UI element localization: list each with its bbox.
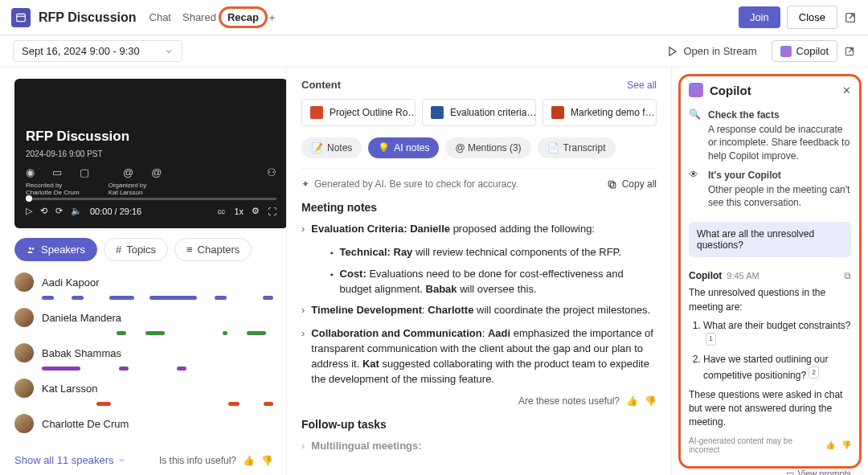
file-card[interactable]: Evaluation criteria… <box>422 99 536 126</box>
close-button[interactable]: Close <box>787 6 837 29</box>
date-selector[interactable]: Sept 16, 2024 9:00 - 9:30 <box>13 40 182 62</box>
pill-transcript[interactable]: 📄 Transcript <box>538 137 616 158</box>
pill-ai-notes[interactable]: 💡 AI notes <box>368 137 439 158</box>
avatar <box>14 379 34 398</box>
chip-chapters[interactable]: ≡ Chapters <box>174 238 252 261</box>
top-bar: RFP Discussion Chat Shared Recap ＋ Join … <box>0 0 868 35</box>
thumbs-down-button[interactable]: 👎 <box>841 440 851 449</box>
copy-all-button[interactable]: Copy all <box>607 178 657 190</box>
thumbs-up-button[interactable]: 👍 <box>825 440 835 449</box>
mention-icon: @ <box>151 166 162 178</box>
svg-marker-3 <box>669 47 676 55</box>
record-icon: ◉ <box>26 166 35 178</box>
tab-shared[interactable]: Shared <box>182 11 216 23</box>
thumbs-down-button[interactable]: 👎 <box>645 395 657 407</box>
speaker-row[interactable]: Aadi Kapoor <box>14 272 273 292</box>
forward-button[interactable]: ⟳ <box>55 206 63 216</box>
popout-icon[interactable] <box>844 11 857 24</box>
meeting-notes: Meeting notes › Evaluation Criteria: Dan… <box>301 201 657 453</box>
add-tab-button[interactable]: ＋ <box>267 10 277 25</box>
speaker-name: Babak Shammas <box>42 347 121 359</box>
meeting-title: RFP Discussion <box>39 10 137 25</box>
copilot-response: The unresolved questions in the meeting … <box>689 286 851 430</box>
speaker-name: Kat Larsson <box>42 383 97 395</box>
chevron-right-icon[interactable]: › <box>301 303 305 318</box>
fullscreen-button[interactable]: ⛶ <box>268 207 276 216</box>
chip-speakers[interactable]: Speakers <box>14 238 97 261</box>
tab-recap[interactable]: Recap <box>227 11 259 23</box>
speaker-row[interactable]: Charlotte De Crum <box>14 414 273 433</box>
open-in-stream-button[interactable]: Open in Stream <box>659 41 764 61</box>
settings-button[interactable]: ⚙ <box>252 206 260 216</box>
speaker-list: Aadi KapoorDaniela ManderaBabak ShammasK… <box>14 272 273 441</box>
file-card[interactable]: Project Outline Ro… <box>301 99 416 126</box>
join-button[interactable]: Join <box>739 6 780 28</box>
show-all-speakers[interactable]: Show all 11 speakers <box>14 454 126 466</box>
cc-button[interactable]: ㏄ <box>217 205 226 217</box>
chevron-down-icon <box>164 47 174 56</box>
speaker-timeline <box>42 436 273 441</box>
stream-icon <box>667 46 678 57</box>
ai-notice: Generated by AI. Be sure to check for ac… <box>314 178 518 190</box>
video-title: RFP Discussion <box>26 129 276 145</box>
svg-rect-8 <box>608 181 614 186</box>
pill-notes[interactable]: 📝 Notes <box>301 137 362 158</box>
file-name: Marketing demo f… <box>571 107 655 118</box>
tab-chat[interactable]: Chat <box>149 11 171 23</box>
avatar <box>14 414 34 433</box>
file-name: Evaluation criteria… <box>450 107 536 118</box>
panel-popout-icon[interactable] <box>844 46 855 57</box>
speaker-row[interactable]: Kat Larsson <box>14 379 273 398</box>
video-player[interactable]: RFP Discussion 2024-09-16 9:00 PST ◉ ▭ ▢… <box>14 79 286 228</box>
video-progress[interactable] <box>26 198 276 200</box>
suggested-prompt[interactable]: What are all the unresolved questions? <box>689 222 851 257</box>
copy-icon <box>607 179 617 190</box>
chip-topics[interactable]: # Topics <box>104 238 168 261</box>
svg-rect-7 <box>610 182 616 188</box>
close-copilot-button[interactable]: ✕ <box>842 84 851 96</box>
file-name: Project Outline Ro… <box>330 107 416 118</box>
speaker-timeline <box>42 401 273 406</box>
info-useful-label: Is this info useful? <box>159 455 236 466</box>
volume-button[interactable]: 🔈 <box>71 206 82 216</box>
file-card[interactable]: Marketing demo f… <box>542 99 657 126</box>
view-prompts-button[interactable]: ▭View prompts <box>689 469 851 475</box>
copilot-icon <box>780 46 792 57</box>
content-header: Content <box>301 79 341 91</box>
speaker-row[interactable]: Daniela Mandera <box>14 308 273 327</box>
notes-heading: Meeting notes <box>301 201 657 214</box>
speaker-name: Daniela Mandera <box>42 312 121 324</box>
file-icon <box>431 106 444 119</box>
speaker-row[interactable]: Babak Shammas <box>14 343 273 362</box>
thumbs-down-button[interactable]: 👎 <box>261 455 273 466</box>
file-row: Project Outline Ro…Evaluation criteria…M… <box>301 99 657 126</box>
rewind-button[interactable]: ⟲ <box>40 206 47 216</box>
copilot-panel: Copilot ✕ 🔍 Check the factsA response co… <box>678 74 862 469</box>
copy-response-button[interactable]: ⧉ <box>844 270 851 281</box>
thumbs-up-button[interactable]: 👍 <box>626 395 638 407</box>
avatar <box>14 308 34 327</box>
video-datetime: 2024-09-16 9:00 PST <box>26 149 276 158</box>
speaker-timeline <box>42 330 273 335</box>
speed-button[interactable]: 1x <box>234 207 244 216</box>
sparkle-icon: ✦ <box>301 178 309 190</box>
file-icon <box>310 106 323 119</box>
thumbs-up-button[interactable]: 👍 <box>243 455 255 466</box>
search-icon: 🔍 <box>689 109 702 121</box>
chevron-right-icon[interactable]: › <box>301 326 305 387</box>
cc-icon: ▭ <box>52 166 62 178</box>
speaker-name: Charlotte De Crum <box>42 418 129 430</box>
play-button[interactable]: ▷ <box>26 206 32 216</box>
chevron-right-icon[interactable]: › <box>301 222 305 237</box>
followup-heading: Follow-up tasks <box>301 418 657 431</box>
avatar <box>14 272 34 292</box>
mention-icon: @ <box>123 166 133 178</box>
pill-mentions[interactable]: @ Mentions (3) <box>445 137 530 158</box>
app-icon <box>11 8 31 27</box>
copilot-toggle-button[interactable]: Copilot <box>772 40 837 62</box>
attach-icon: ▢ <box>80 166 89 178</box>
see-all-link[interactable]: See all <box>627 80 657 91</box>
copilot-icon <box>689 83 703 97</box>
speaker-name: Aadi Kapoor <box>42 276 100 289</box>
speaker-timeline <box>42 366 273 371</box>
